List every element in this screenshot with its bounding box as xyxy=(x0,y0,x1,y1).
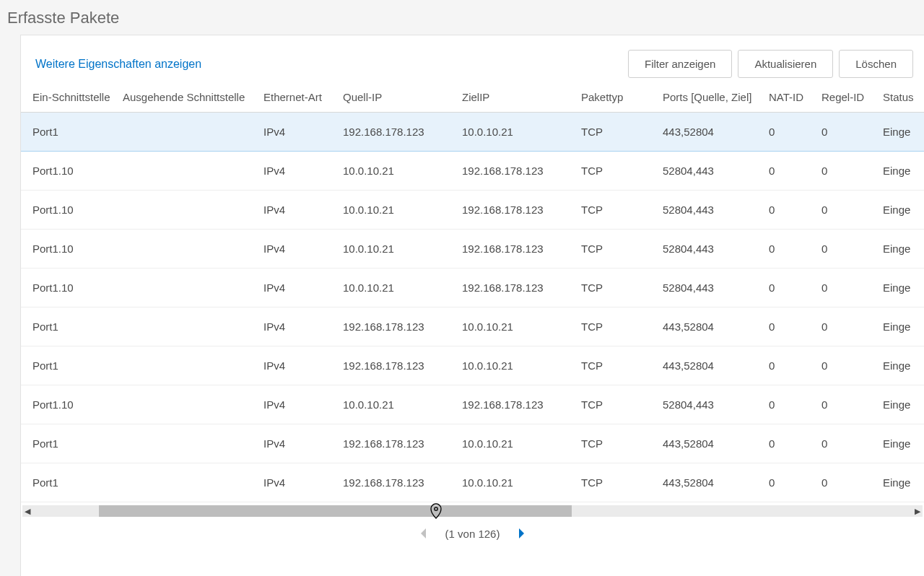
col-source-ip[interactable]: Quell-IP xyxy=(339,85,458,113)
show-filter-button[interactable]: Filter anzeigen xyxy=(628,50,732,78)
cell-ports: 52804,443 xyxy=(658,152,764,191)
scroll-thumb[interactable] xyxy=(99,505,572,517)
cell-rule: 0 xyxy=(817,191,879,230)
refresh-button[interactable]: Aktualisieren xyxy=(738,50,833,78)
cell-ptype: TCP xyxy=(577,152,658,191)
col-status[interactable]: Status xyxy=(879,85,924,113)
cell-src: 10.0.10.21 xyxy=(339,191,458,230)
cell-dst: 10.0.10.21 xyxy=(458,463,577,502)
next-page-button[interactable] xyxy=(515,527,527,540)
header-row: Ein-Schnittstelle Ausgehende Schnittstel… xyxy=(21,85,924,113)
cell-ports: 52804,443 xyxy=(658,191,764,230)
delete-button[interactable]: Löschen xyxy=(839,50,913,78)
cell-in: Port1 xyxy=(21,463,118,502)
cell-nat: 0 xyxy=(764,385,817,424)
cell-ptype: TCP xyxy=(577,307,658,346)
cell-ptype: TCP xyxy=(577,463,658,502)
cell-ports: 443,52804 xyxy=(658,463,764,502)
cell-status: Einge xyxy=(879,385,924,424)
cell-rule: 0 xyxy=(817,269,879,307)
table-row[interactable]: Port1.10IPv410.0.10.21192.168.178.123TCP… xyxy=(21,269,924,307)
cell-out xyxy=(118,269,259,307)
scroll-track[interactable] xyxy=(32,505,912,517)
cell-rule: 0 xyxy=(817,346,879,385)
cell-eth: IPv4 xyxy=(259,385,339,424)
col-ethernet-type[interactable]: Ethernet-Art xyxy=(259,85,339,113)
col-out-interface[interactable]: Ausgehende Schnittstelle xyxy=(118,85,259,113)
cell-in: Port1 xyxy=(21,424,118,463)
cell-out xyxy=(118,463,259,502)
table-row[interactable]: Port1.10IPv410.0.10.21192.168.178.123TCP… xyxy=(21,191,924,230)
prev-page-button[interactable] xyxy=(418,527,430,540)
cell-ptype: TCP xyxy=(577,424,658,463)
cell-rule: 0 xyxy=(817,230,879,269)
cell-dst: 10.0.10.21 xyxy=(458,307,577,346)
card: Weitere Eigenschaften anzeigen Filter an… xyxy=(20,35,924,576)
cell-status: Einge xyxy=(879,269,924,307)
table-row[interactable]: Port1IPv4192.168.178.12310.0.10.21TCP443… xyxy=(21,307,924,346)
cell-in: Port1.10 xyxy=(21,230,118,269)
table-row[interactable]: Port1IPv4192.168.178.12310.0.10.21TCP443… xyxy=(21,424,924,463)
more-properties-link[interactable]: Weitere Eigenschaften anzeigen xyxy=(35,58,201,71)
cell-ptype: TCP xyxy=(577,191,658,230)
cell-dst: 192.168.178.123 xyxy=(458,152,577,191)
cell-out xyxy=(118,424,259,463)
table-row[interactable]: Port1.10IPv410.0.10.21192.168.178.123TCP… xyxy=(21,152,924,191)
col-packet-type[interactable]: Pakettyp xyxy=(577,85,658,113)
cell-ptype: TCP xyxy=(577,346,658,385)
cell-eth: IPv4 xyxy=(259,346,339,385)
cell-rule: 0 xyxy=(817,113,879,152)
table-row[interactable]: Port1IPv4192.168.178.12310.0.10.21TCP443… xyxy=(21,346,924,385)
col-in-interface[interactable]: Ein-Schnittstelle xyxy=(21,85,118,113)
cell-ports: 52804,443 xyxy=(658,230,764,269)
cell-ptype: TCP xyxy=(577,113,658,152)
cell-out xyxy=(118,152,259,191)
cell-ports: 443,52804 xyxy=(658,307,764,346)
page-indicator: (1 von 126) xyxy=(445,528,500,540)
table-wrap: Ein-Schnittstelle Ausgehende Schnittstel… xyxy=(21,85,924,550)
col-dest-ip[interactable]: ZielIP xyxy=(458,85,577,113)
table-row[interactable]: Port1.10IPv410.0.10.21192.168.178.123TCP… xyxy=(21,385,924,424)
cell-eth: IPv4 xyxy=(259,152,339,191)
cell-src: 192.168.178.123 xyxy=(339,463,458,502)
cell-nat: 0 xyxy=(764,152,817,191)
cell-status: Einge xyxy=(879,424,924,463)
cell-eth: IPv4 xyxy=(259,113,339,152)
cell-out xyxy=(118,191,259,230)
cell-nat: 0 xyxy=(764,463,817,502)
col-nat-id[interactable]: NAT-ID xyxy=(764,85,817,113)
scroll-right-icon[interactable]: ▶ xyxy=(912,507,923,516)
cell-rule: 0 xyxy=(817,424,879,463)
cell-eth: IPv4 xyxy=(259,463,339,502)
horizontal-scrollbar[interactable]: ◀ ▶ xyxy=(22,505,923,517)
table-row[interactable]: Port1IPv4192.168.178.12310.0.10.21TCP443… xyxy=(21,113,924,152)
cell-dst: 192.168.178.123 xyxy=(458,269,577,307)
cell-src: 10.0.10.21 xyxy=(339,385,458,424)
cell-nat: 0 xyxy=(764,113,817,152)
table-row[interactable]: Port1IPv4192.168.178.12310.0.10.21TCP443… xyxy=(21,463,924,502)
cell-src: 192.168.178.123 xyxy=(339,113,458,152)
cell-in: Port1.10 xyxy=(21,191,118,230)
table-row[interactable]: Port1.10IPv410.0.10.21192.168.178.123TCP… xyxy=(21,230,924,269)
cell-src: 192.168.178.123 xyxy=(339,424,458,463)
cell-eth: IPv4 xyxy=(259,230,339,269)
cell-in: Port1 xyxy=(21,346,118,385)
cell-out xyxy=(118,307,259,346)
cell-nat: 0 xyxy=(764,191,817,230)
cell-nat: 0 xyxy=(764,424,817,463)
cell-ports: 443,52804 xyxy=(658,424,764,463)
cell-rule: 0 xyxy=(817,307,879,346)
col-ports[interactable]: Ports [Quelle, Ziel] xyxy=(658,85,764,113)
col-rule-id[interactable]: Regel-ID xyxy=(817,85,879,113)
cell-status: Einge xyxy=(879,307,924,346)
cell-ports: 52804,443 xyxy=(658,385,764,424)
cell-in: Port1 xyxy=(21,307,118,346)
cell-status: Einge xyxy=(879,113,924,152)
chevron-left-icon xyxy=(418,527,430,540)
cell-ports: 443,52804 xyxy=(658,113,764,152)
cell-ports: 443,52804 xyxy=(658,346,764,385)
pagination: (1 von 126) xyxy=(21,521,924,550)
cell-in: Port1.10 xyxy=(21,152,118,191)
scroll-left-icon[interactable]: ◀ xyxy=(22,507,32,516)
cell-out xyxy=(118,230,259,269)
